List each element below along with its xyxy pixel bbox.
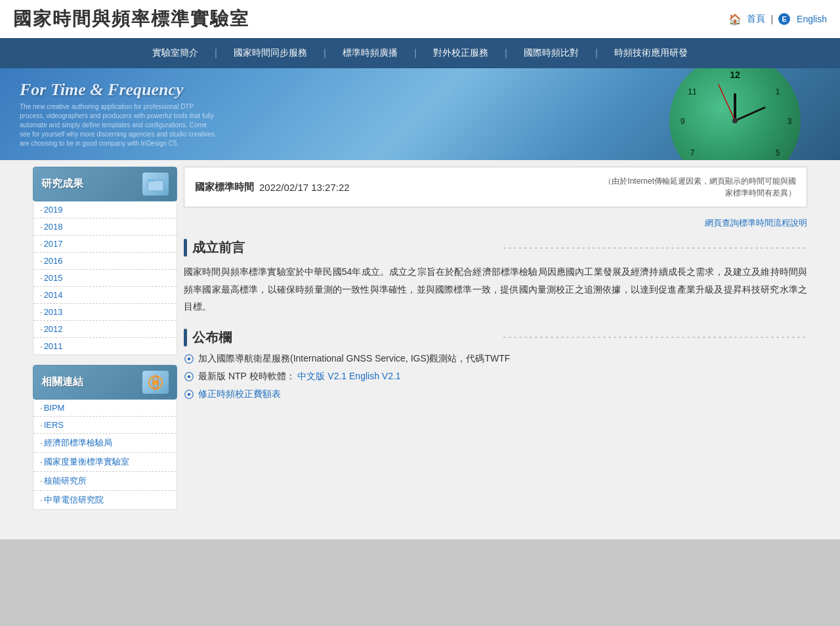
related-link-iner[interactable]: ·核能研究所 <box>33 472 177 491</box>
about-body: 國家時間與頻率標準實驗室於中華民國54年成立。成立之宗旨在於配合經濟部標準檢驗局… <box>184 263 807 316</box>
banner-title: For Time & Frequency <box>20 80 217 100</box>
time-note: （由於Internet傳輸延遲因素，網頁顯示的時間可能與國家標準時間有差異） <box>599 175 796 199</box>
svg-line-9 <box>735 108 765 121</box>
time-link-row: 網頁查詢標準時間流程說明 <box>184 217 807 229</box>
related-link-nml[interactable]: ·國家度量衡標準實驗室 <box>33 453 177 472</box>
nav-item-2: 國家時間同步服務 <box>222 38 319 68</box>
clock-visual: 12 1 3 5 6 7 9 11 <box>578 68 840 160</box>
svg-text:5: 5 <box>776 148 780 157</box>
content-area: 國家標準時間 2022/02/17 13:27:22 （由於Internet傳輸… <box>184 167 807 520</box>
bulletin-item-3: ⦿ 修正時頻校正費額表 <box>184 388 807 401</box>
bulletin-text-2: 最新版 NTP 校時軟體： 中文版 V2.1 English V2.1 <box>198 371 401 383</box>
main-content: 研究成果 ·2019 ·2018 ·2017 ·2016 ·2015 ·2014… <box>33 167 807 520</box>
bulletin-text-3: 修正時頻校正費額表 <box>198 388 281 400</box>
svg-rect-13 <box>148 179 154 182</box>
link-icon <box>146 373 165 392</box>
related-link-cht[interactable]: ·中華電信研究院 <box>33 491 177 509</box>
about-title-accent <box>184 239 187 257</box>
svg-line-10 <box>719 85 735 121</box>
svg-text:9: 9 <box>681 117 685 126</box>
nav-link-6[interactable]: 時頻技術應用研發 <box>602 38 700 68</box>
time-value: 2022/02/17 13:27:22 <box>259 182 350 193</box>
nav-item-1: 實驗室簡介 <box>140 38 210 68</box>
nav-sep-3: ｜ <box>410 47 421 59</box>
nav-link-5[interactable]: 國際時頻比對 <box>512 38 591 68</box>
svg-rect-12 <box>148 180 163 191</box>
research-link-2012[interactable]: ·2012 <box>33 321 177 338</box>
research-links: ·2019 ·2018 ·2017 ·2016 ·2015 ·2014 ·201… <box>33 201 177 355</box>
home-link[interactable]: 首頁 <box>747 13 765 25</box>
about-title-bar: 成立前言 <box>184 239 807 257</box>
svg-text:7: 7 <box>690 148 695 157</box>
svg-text:11: 11 <box>688 87 697 96</box>
nav-item-6: 時頻技術應用研發 <box>602 38 700 68</box>
bulletin-item-1: ⦿ 加入國際導航衛星服務(International GNSS Service,… <box>184 353 807 365</box>
nav-item-3: 標準時頻廣播 <box>331 38 410 68</box>
bulletin-title: 公布欄 <box>192 329 497 346</box>
bulletin-section: 公布欄 ⦿ 加入國際導航衛星服務(International GNSS Serv… <box>184 329 807 401</box>
nav-item-5: 國際時頻比對 <box>512 38 591 68</box>
header-separator: | <box>770 14 773 24</box>
research-link-2018[interactable]: ·2018 <box>33 219 177 236</box>
main-navbar: 實驗室簡介 ｜ 國家時間同步服務 ｜ 標準時頻廣播 ｜ 對外校正服務 ｜ 國際時… <box>0 38 840 68</box>
related-link-bipm[interactable]: ·BIPM <box>33 400 177 417</box>
bulletin-title-dots <box>503 337 808 338</box>
about-title: 成立前言 <box>192 239 497 257</box>
bulletin-text-before: 最新版 NTP 校時軟體： <box>198 371 295 381</box>
related-link-bsmi[interactable]: ·經濟部標準檢驗局 <box>33 434 177 453</box>
site-title: 國家時間與頻率標準實驗室 <box>13 7 249 31</box>
banner: For Time & Frequency The new creative au… <box>0 68 840 160</box>
research-link-2014[interactable]: ·2014 <box>33 287 177 304</box>
related-header-label: 相關連結 <box>41 375 83 389</box>
time-display-box: 國家標準時間 2022/02/17 13:27:22 （由於Internet傳輸… <box>184 167 807 207</box>
related-section-header: 相關連結 <box>33 365 177 400</box>
research-link-2019[interactable]: ·2019 <box>33 201 177 219</box>
nav-link-1[interactable]: 實驗室簡介 <box>140 38 210 68</box>
bulletin-title-accent <box>184 329 187 346</box>
header-right: 🏠 首頁 | E English <box>728 13 827 26</box>
nav-sep-2: ｜ <box>319 47 331 59</box>
bullet-icon-3: ⦿ <box>184 389 194 401</box>
nav-list: 實驗室簡介 ｜ 國家時間同步服務 ｜ 標準時頻廣播 ｜ 對外校正服務 ｜ 國際時… <box>0 38 840 68</box>
time-main: 國家標準時間 2022/02/17 13:27:22 <box>195 181 350 194</box>
page-header: 國家時間與頻率標準實驗室 🏠 首頁 | E English <box>0 0 840 38</box>
bullet-icon-1: ⦿ <box>184 354 194 365</box>
main-wrapper: 研究成果 ·2019 ·2018 ·2017 ·2016 ·2015 ·2014… <box>0 160 840 539</box>
bulletin-item-2: ⦿ 最新版 NTP 校時軟體： 中文版 V2.1 English V2.1 <box>184 371 807 383</box>
banner-text: For Time & Frequency The new creative au… <box>20 80 217 148</box>
nav-link-3[interactable]: 標準時頻廣播 <box>331 38 410 68</box>
bullet-icon-2: ⦿ <box>184 371 194 383</box>
nav-sep-5: ｜ <box>591 47 602 59</box>
research-link-2011[interactable]: ·2011 <box>33 338 177 354</box>
folder-icon <box>146 175 165 194</box>
research-icon <box>142 173 169 196</box>
banner-subtitle: The new creative authoring application f… <box>20 102 217 148</box>
nav-sep-1: ｜ <box>210 47 222 59</box>
ntp-chinese-link[interactable]: 中文版 V2.1 <box>297 371 346 381</box>
nav-item-4: 對外校正服務 <box>421 38 500 68</box>
bulletin-title-bar: 公布欄 <box>184 329 807 346</box>
home-icon: 🏠 <box>728 13 742 26</box>
research-header-label: 研究成果 <box>41 177 83 191</box>
nav-sep-4: ｜ <box>500 47 512 59</box>
research-link-2017[interactable]: ·2017 <box>33 236 177 253</box>
nav-link-2[interactable]: 國家時間同步服務 <box>222 38 319 68</box>
fee-table-link[interactable]: 修正時頻校正費額表 <box>198 388 281 399</box>
bulletin-text-1: 加入國際導航衛星服務(International GNSS Service, I… <box>198 353 510 365</box>
english-icon: E <box>778 13 790 25</box>
nav-link-4[interactable]: 對外校正服務 <box>421 38 500 68</box>
sidebar: 研究成果 ·2019 ·2018 ·2017 ·2016 ·2015 ·2014… <box>33 167 177 520</box>
research-section-header: 研究成果 <box>33 167 177 201</box>
svg-text:1: 1 <box>776 87 780 96</box>
research-link-2016[interactable]: ·2016 <box>33 253 177 270</box>
about-title-dots <box>503 247 808 249</box>
time-label: 國家標準時間 <box>195 181 254 194</box>
related-icon <box>142 371 169 394</box>
research-link-2013[interactable]: ·2013 <box>33 304 177 321</box>
related-links: ·BIPM ·IERS ·經濟部標準檢驗局 ·國家度量衡標準實驗室 ·核能研究所… <box>33 400 177 510</box>
related-link-iers[interactable]: ·IERS <box>33 417 177 434</box>
research-link-2015[interactable]: ·2015 <box>33 270 177 287</box>
english-link[interactable]: English <box>797 14 827 24</box>
ntp-english-link[interactable]: English V2.1 <box>349 371 401 381</box>
time-process-link[interactable]: 網頁查詢標準時間流程說明 <box>705 218 807 228</box>
